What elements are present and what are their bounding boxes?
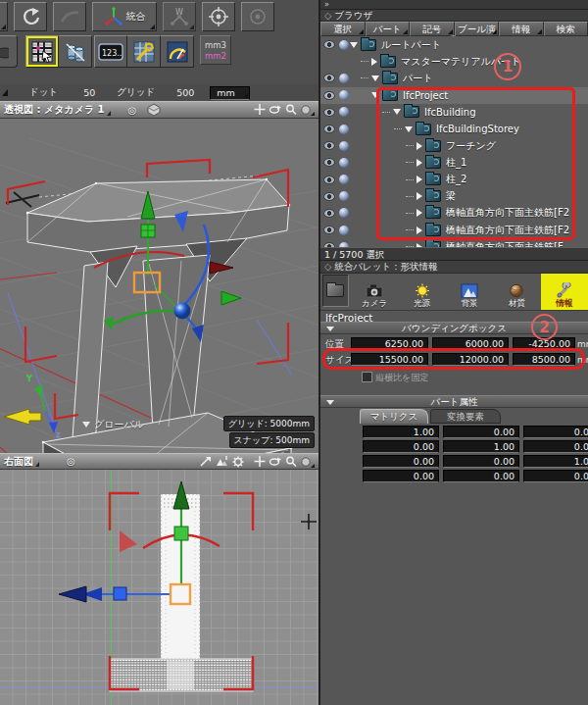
visibility-eye-icon[interactable] xyxy=(323,125,335,133)
tab-search[interactable]: 検索 xyxy=(544,22,588,36)
tab-part[interactable]: パート xyxy=(366,22,411,36)
visibility-eye-icon[interactable] xyxy=(323,192,335,201)
visibility-eye-icon[interactable] xyxy=(323,74,335,82)
orbit-disabled-button[interactable] xyxy=(53,2,86,31)
expand-triangle-icon[interactable] xyxy=(350,42,358,48)
visibility-eye-icon[interactable] xyxy=(323,141,335,150)
focus-target-icon[interactable] xyxy=(128,105,137,116)
tab-symbol[interactable]: 記号 xyxy=(410,22,455,36)
expand-triangle-icon[interactable] xyxy=(371,92,379,98)
perspective-viewport-header[interactable]: 透視図 : メタカメラ 1 xyxy=(0,101,318,119)
viewport-menu-corner-icon[interactable] xyxy=(35,462,39,467)
expand-triangle-icon[interactable] xyxy=(416,159,422,167)
visibility-eye-icon[interactable] xyxy=(323,209,335,218)
expand-triangle-icon[interactable] xyxy=(416,176,422,183)
size-z-field[interactable]: 8500.00 xyxy=(513,353,575,366)
right-viewport-header[interactable]: 右面図 xyxy=(0,453,318,470)
size-x-field[interactable]: 15500.00 xyxy=(351,353,428,366)
tree-item-ifcbuilding[interactable]: IfcBuilding xyxy=(320,104,588,121)
tab-boolean[interactable]: ブール演 xyxy=(455,22,500,36)
expand-triangle-icon[interactable] xyxy=(405,126,413,132)
tree-item-column1[interactable]: 柱_1 xyxy=(320,154,588,171)
tab-material[interactable]: 材質 xyxy=(493,274,540,310)
visibility-eye-icon[interactable] xyxy=(323,158,335,167)
collapse-triangle-icon[interactable] xyxy=(326,400,334,405)
viewport-menu-corner-icon[interactable] xyxy=(107,111,111,116)
tree-item-ifcproject[interactable]: IfcProject xyxy=(320,87,588,104)
matrix-cell[interactable]: 1.00 xyxy=(363,426,439,438)
matrix-cell[interactable]: 0.00 xyxy=(523,470,588,482)
grid-snap-button[interactable] xyxy=(25,35,59,68)
matrix-cell[interactable]: 0.00 xyxy=(363,455,439,468)
render-toggle-icon[interactable] xyxy=(339,226,349,235)
perspective-3d-canvas[interactable]: Y Z グローバル グリッド: 5000mm スナップ: 500mm xyxy=(0,119,318,453)
tree-item-rebar2[interactable]: 橋軸直角方向下面主鉄筋[F2 xyxy=(320,222,588,238)
collapse-triangle-icon[interactable] xyxy=(326,327,334,331)
tree-item-ifcbuildingstorey[interactable]: IfcBuildingStorey xyxy=(320,121,588,137)
tab-camera[interactable]: カメラ xyxy=(351,274,398,310)
grid-wrench-button[interactable] xyxy=(127,35,161,68)
grid-value[interactable]: 500 xyxy=(176,87,194,98)
render-toggle-icon[interactable] xyxy=(339,175,349,184)
right-view-canvas[interactable] xyxy=(0,470,318,705)
expand-triangle-icon[interactable] xyxy=(371,58,377,66)
focus-target-icon[interactable] xyxy=(67,456,75,467)
position-x-field[interactable]: 6250.00 xyxy=(351,337,428,350)
render-toggle-icon[interactable] xyxy=(339,40,349,50)
visibility-eye-icon[interactable] xyxy=(323,226,335,234)
dot-value[interactable]: 50 xyxy=(83,87,95,98)
unit-mm-button[interactable]: mm3 mm2 xyxy=(200,35,231,65)
tab-light[interactable]: 光源 xyxy=(398,274,445,310)
render-toggle-icon[interactable] xyxy=(339,191,349,201)
matrix-cell[interactable]: 0.00 xyxy=(443,470,519,482)
render-toggle-icon[interactable] xyxy=(339,141,349,151)
position-y-field[interactable]: 6000.00 xyxy=(432,337,509,350)
expand-triangle-icon[interactable] xyxy=(416,209,422,217)
render-toggle-icon[interactable] xyxy=(339,90,349,100)
bounding-box-section-bar[interactable]: バウンディングボックス xyxy=(320,322,588,334)
boolean-cylinders-button[interactable] xyxy=(59,35,92,68)
aspect-lock-checkbox[interactable] xyxy=(362,372,372,382)
render-toggle-icon[interactable] xyxy=(339,208,349,218)
tree-item-rebar3-partial[interactable]: 橋軸直角方向下面主鉄筋[F xyxy=(320,238,588,247)
tree-item-footing[interactable]: フーチング xyxy=(320,137,588,154)
integration-mode-button[interactable]: 統合 xyxy=(92,2,157,31)
right-viewport-title[interactable]: 右面図 xyxy=(4,455,33,469)
tree-item-part[interactable]: パート xyxy=(320,70,588,86)
matrix-cell[interactable]: 1.00 xyxy=(523,455,588,468)
tab-info[interactable]: 情報 xyxy=(499,22,544,36)
perspective-viewport-title[interactable]: 透視図 : メタカメラ 1 xyxy=(4,103,105,117)
expand-triangle-icon[interactable] xyxy=(416,192,422,200)
matrix-cell[interactable]: 0.00 xyxy=(523,426,588,438)
info-palette-header[interactable]: 統合パレット : 形状情報 xyxy=(320,261,588,274)
tree-item-master-material[interactable]: マスターマテリアルパート xyxy=(320,53,588,70)
matrix-cell[interactable]: 0.00 xyxy=(363,470,439,482)
size-y-field[interactable]: 12000.00 xyxy=(432,353,509,366)
tab-matrix[interactable]: マトリクス xyxy=(360,409,428,424)
tree-item-column2[interactable]: 柱_2 xyxy=(320,172,588,188)
visibility-eye-icon[interactable] xyxy=(323,176,335,184)
numeric-input-button[interactable]: 123.. xyxy=(94,35,127,68)
target-button[interactable] xyxy=(202,2,235,31)
unit-dropdown[interactable]: mm xyxy=(210,86,250,100)
matrix-cell[interactable]: 1.00 xyxy=(443,440,519,453)
render-toggle-icon[interactable] xyxy=(339,74,349,83)
tree-item-beam[interactable]: 梁 xyxy=(320,188,588,205)
viewport-nav-icons[interactable] xyxy=(199,455,315,469)
collapse-corner-icon[interactable] xyxy=(2,89,8,96)
panel-collapse-strip[interactable]: » xyxy=(320,0,588,10)
matrix-cell[interactable]: 0.00 xyxy=(443,455,519,468)
tab-transform-elements[interactable]: 変換要素 xyxy=(430,409,501,424)
matrix-cell[interactable]: 0.00 xyxy=(363,440,439,453)
visibility-eye-icon[interactable] xyxy=(323,91,335,100)
target-disabled-button[interactable] xyxy=(241,2,274,31)
position-z-field[interactable]: -4250.00 xyxy=(513,337,575,350)
tree-item-rebar1[interactable]: 橋軸直角方向下面主鉄筋[F2 xyxy=(320,205,588,222)
expand-triangle-icon[interactable] xyxy=(393,109,401,115)
w-node-button[interactable]: W xyxy=(163,2,196,31)
coordinate-mode-label[interactable]: グローバル xyxy=(82,418,144,431)
undo-rotate-button[interactable] xyxy=(14,2,47,31)
part-shape-button[interactable] xyxy=(0,35,18,68)
render-toggle-icon[interactable] xyxy=(339,158,349,168)
expand-triangle-icon[interactable] xyxy=(416,227,422,234)
